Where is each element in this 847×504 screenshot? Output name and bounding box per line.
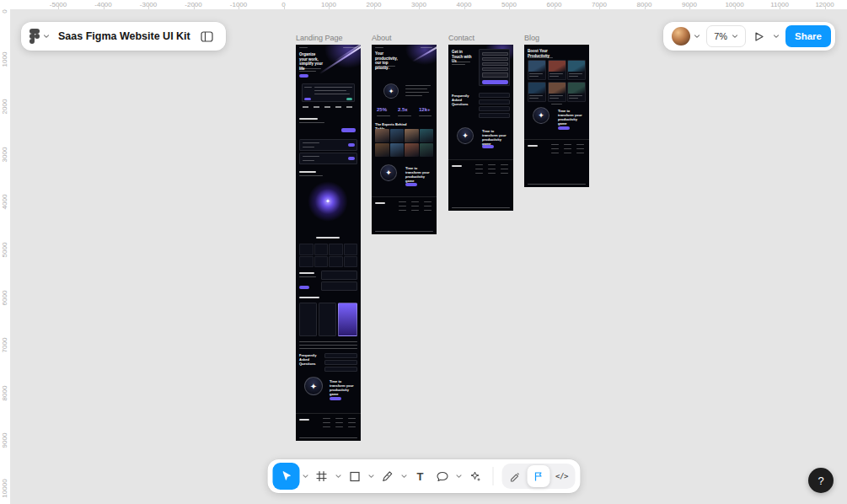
footer-line — [452, 165, 462, 167]
comment-tool-button[interactable] — [432, 463, 453, 490]
footer-line — [501, 164, 508, 165]
shape-tool-button[interactable] — [344, 463, 365, 490]
form-field — [482, 67, 508, 71]
sparkle-icon — [469, 470, 481, 482]
ruler-tick — [104, 6, 105, 9]
ruler-top[interactable]: -5000-4000-3000-2000-1000010002000300040… — [10, 0, 847, 9]
landing-faq-title: Frequently Asked Questions — [299, 353, 321, 366]
annotate-tool-button[interactable] — [503, 465, 526, 487]
line — [303, 142, 319, 143]
footer — [372, 196, 437, 234]
comment-tool-options[interactable] — [453, 463, 464, 490]
line — [299, 345, 357, 346]
feature-card — [314, 256, 329, 268]
frame-label-blog[interactable]: Blog — [524, 34, 539, 42]
footer-line — [551, 148, 559, 149]
line — [375, 68, 390, 69]
canvas[interactable]: Landing Page About Contact Blog Organize… — [0, 0, 847, 504]
footer-line — [323, 422, 330, 423]
line — [314, 94, 350, 94]
move-tool-options[interactable] — [300, 463, 310, 490]
avatar — [672, 27, 690, 46]
frame-blog[interactable]: Boost Your Productivity Time to transfor… — [524, 45, 589, 187]
faq-row — [479, 113, 510, 118]
footer-line — [335, 426, 343, 427]
zoom-select[interactable]: 7% — [706, 25, 746, 47]
help-button[interactable]: ? — [808, 468, 834, 493]
pen-tool-options[interactable] — [399, 463, 409, 490]
pill — [346, 98, 352, 100]
shape-tool-options[interactable] — [366, 463, 376, 490]
footer-line — [501, 173, 508, 174]
ruler-left-label: 5000 — [1, 234, 8, 266]
code-icon: </> — [555, 472, 568, 480]
section-heading-line — [316, 237, 340, 239]
frame-about[interactable]: Your productivity, our top priority 25% … — [372, 45, 437, 234]
line — [299, 276, 316, 277]
section-heading-line — [299, 171, 316, 173]
ruler-left-label: 7000 — [1, 330, 8, 362]
ruler-tick — [374, 6, 375, 9]
footer-line — [488, 169, 496, 169]
form-field — [482, 62, 508, 66]
present-options-button[interactable] — [771, 23, 781, 50]
about-team-grid — [375, 129, 433, 157]
line — [304, 87, 312, 88]
share-button[interactable]: Share — [785, 25, 831, 47]
ruler-tick — [194, 6, 195, 9]
frame-label-landing[interactable]: Landing Page — [296, 34, 343, 42]
zoom-value: 7% — [714, 31, 727, 41]
text-tool-button[interactable]: T — [410, 463, 431, 490]
design-mode-toggle[interactable] — [527, 465, 549, 487]
actions-tool-button[interactable] — [464, 463, 485, 490]
footer-line — [348, 422, 356, 423]
frame-tool-button[interactable] — [311, 463, 332, 490]
chevron-down-icon — [302, 473, 308, 480]
line — [303, 160, 314, 161]
about-cta-title: Time to transform your productivity game — [405, 166, 431, 183]
ruler-left-label: 8000 — [1, 377, 8, 409]
contact-cta-title: Time to transform your productivity game — [482, 129, 507, 146]
ruler-left[interactable]: 0100020003000400050006000700080009000100… — [0, 0, 10, 504]
footer-line — [424, 201, 432, 202]
logo-badge — [533, 107, 549, 124]
form-field — [482, 72, 508, 78]
cta-pill — [405, 183, 417, 186]
feature-card — [344, 244, 358, 255]
team-photo — [375, 129, 389, 142]
dev-mode-toggle[interactable]: </> — [550, 465, 573, 487]
rectangle-icon — [349, 471, 360, 482]
blog-post-card — [528, 82, 546, 102]
avatar-menu-button[interactable] — [670, 25, 702, 47]
hero-cta-pill — [299, 74, 308, 78]
ruler-left-label: 1000 — [1, 43, 8, 75]
ruler-tick — [689, 6, 690, 9]
toggle-panels-button[interactable] — [197, 26, 217, 46]
present-button[interactable] — [750, 26, 767, 46]
footer-line — [576, 148, 584, 149]
footer-line — [399, 206, 406, 206]
footer — [524, 139, 589, 187]
pen-tool-button[interactable] — [377, 463, 398, 490]
pricing-card — [299, 303, 317, 336]
main-menu-button[interactable] — [28, 27, 51, 46]
footer-bottom-bar — [452, 207, 510, 208]
line — [299, 175, 323, 176]
ruler-tick — [509, 6, 510, 9]
footer-line — [335, 418, 343, 419]
nav-line — [299, 47, 308, 48]
frame-landing-page[interactable]: Organize your work, simplify your life — [296, 45, 361, 441]
frame-label-contact[interactable]: Contact — [448, 34, 474, 42]
line — [299, 348, 357, 349]
move-tool-button[interactable] — [272, 463, 299, 490]
toolbar-divider — [492, 467, 493, 485]
footer-line — [348, 426, 356, 427]
ruler-tick — [329, 6, 330, 9]
footer-bottom-bar — [299, 437, 357, 438]
frame-label-about[interactable]: About — [372, 34, 392, 42]
faq-row — [324, 367, 357, 372]
frame-contact[interactable]: Get in Touch with Us Frequently Asked Qu… — [448, 45, 513, 211]
frame-tool-options[interactable] — [333, 463, 343, 490]
footer-line — [411, 206, 419, 206]
cursor-icon — [280, 470, 292, 482]
